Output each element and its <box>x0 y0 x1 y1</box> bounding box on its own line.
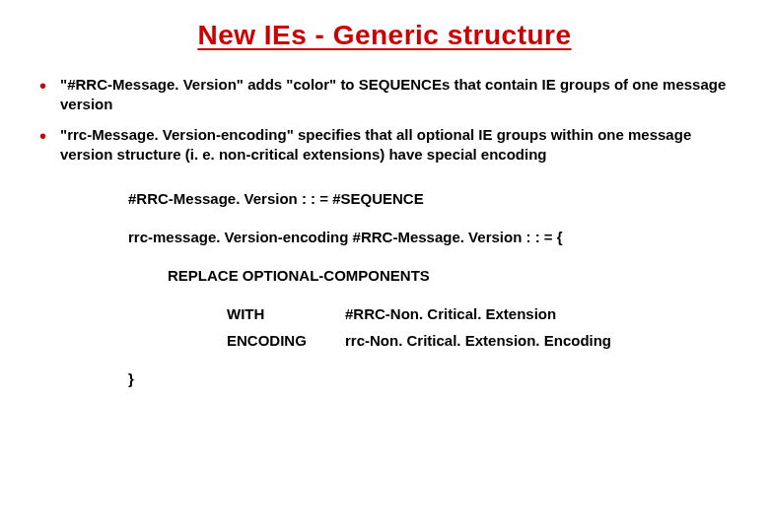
code-keyword: WITH <box>227 303 345 324</box>
bullet-item: • "#RRC-Message. Version" adds "color" t… <box>39 75 730 115</box>
code-line: #RRC-Message. Version : : = #SEQUENCE <box>128 188 730 209</box>
code-keyword: ENCODING <box>227 330 345 351</box>
code-line: rrc-message. Version-encoding #RRC-Messa… <box>128 227 730 247</box>
bullet-text: "#RRC-Message. Version" adds "color" to … <box>60 75 730 115</box>
code-value: rrc-Non. Critical. Extension. Encoding <box>345 330 611 351</box>
bullet-icon: • <box>39 126 46 146</box>
slide: New IEs - Generic structure • "#RRC-Mess… <box>0 0 769 427</box>
code-value: #RRC-Non. Critical. Extension <box>345 303 556 324</box>
slide-title: New IEs - Generic structure <box>39 20 730 51</box>
code-line: REPLACE OPTIONAL-COMPONENTS <box>128 265 730 286</box>
bullet-text: "rrc-Message. Version-encoding" specifie… <box>60 125 730 166</box>
bullet-item: • "rrc-Message. Version-encoding" specif… <box>39 125 730 166</box>
code-line: WITH #RRC-Non. Critical. Extension <box>128 303 730 324</box>
code-line: } <box>128 368 730 389</box>
code-line: ENCODING rrc-Non. Critical. Extension. E… <box>128 330 730 351</box>
bullet-list: • "#RRC-Message. Version" adds "color" t… <box>39 75 730 165</box>
code-block: #RRC-Message. Version : : = #SEQUENCE rr… <box>128 188 730 389</box>
bullet-icon: • <box>39 76 46 96</box>
